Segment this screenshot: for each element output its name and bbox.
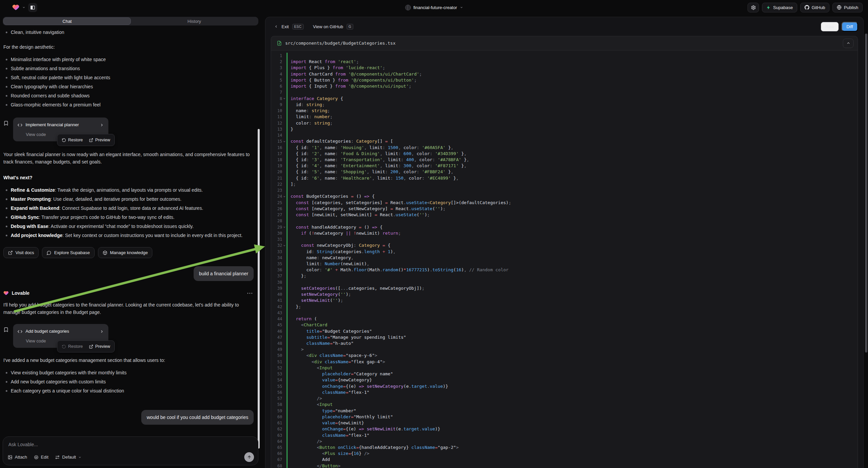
code-line: const newCategoryObj: Category = { [290,242,858,248]
preview-button[interactable]: Preview [87,342,113,351]
line-number: 27 [271,212,286,218]
edit-button[interactable]: Edit [34,455,48,460]
version-card[interactable]: Implement financial planner View code Re… [13,117,108,141]
version-actions: Restore Preview [57,134,115,146]
code-line [290,236,858,242]
arrow-up-icon [247,455,252,460]
line-number: 52 [271,365,286,371]
project-switcher[interactable]: financial-future-creator [405,5,463,10]
external-link-icon [89,345,93,349]
fold-chevron-icon[interactable] [283,140,286,143]
design-heading: For the design aesthetic: [3,43,253,51]
line-number: 15 [271,138,286,144]
code-panel: Exit ESC View on GitHub G Raw Diff src/c… [265,17,864,468]
sidebar-toggle-button[interactable] [28,3,37,12]
chevron-right-icon[interactable] [100,123,104,127]
list-item: View existing budget categories with the… [3,369,254,376]
code-line: import { Input } from '@/components/ui/i… [290,83,858,89]
chat-input[interactable] [8,442,228,447]
settings-button[interactable] [748,3,759,12]
line-number: 21 [271,175,286,181]
line-number: 17 [271,151,286,157]
chat-scrollbar[interactable] [258,129,260,448]
line-number: 40 [271,291,286,297]
restore-button[interactable]: Restore [59,136,85,144]
bookmark-icon[interactable] [3,120,9,126]
code-line: onChange={(e) => setNewCategory(e.target… [290,383,858,389]
line-number: 53 [271,371,286,377]
preview-button[interactable]: Preview [87,136,113,144]
github-button[interactable]: GitHub [800,3,829,12]
line-number: 14 [271,132,286,138]
visit-docs-button[interactable]: Visit docs [3,247,39,258]
code-icon [18,122,23,127]
manage-knowledge-button[interactable]: Manage knowledge [98,247,153,258]
chevron-down-icon[interactable] [22,6,26,9]
code-line: /> [290,396,858,402]
quick-actions: Visit docs Explore Supabase Manage knowl… [3,247,254,258]
lovable-heart-icon [3,290,9,296]
chevron-right-icon[interactable] [100,329,104,334]
bookmark-icon[interactable] [3,327,9,332]
supabase-button[interactable]: Supabase [762,3,797,12]
line-number: 58 [271,402,286,408]
collapse-file-button[interactable] [843,39,854,48]
code-line: limit: Number(newLimit), [290,261,858,267]
image-icon [8,455,12,460]
chat-messages: Clean, intuitive navigation For the desi… [3,28,254,434]
line-number: 57 [271,396,286,402]
code-line: name: string; [290,108,858,114]
tab-history[interactable]: History [131,18,258,25]
list-item: Debug with Ease: Activate our experiment… [3,223,254,230]
project-icon [405,5,411,10]
file-card: src/components/budget/BudgetCategories.t… [271,36,858,468]
code-editor[interactable]: 1234567891011121314151617181920212223242… [271,51,858,468]
code-line: <ChartCard [290,322,858,328]
fold-chevron-icon[interactable] [283,195,286,198]
list-item: Refine & Customize: Tweak the design, an… [3,187,254,194]
restore-button[interactable]: Restore [59,342,85,351]
line-number: 18 [271,157,286,163]
line-number: 6 [271,83,286,89]
send-button[interactable] [244,452,254,462]
list-item: Clean, intuitive navigation [3,29,254,36]
diff-toggle[interactable]: Diff [841,22,858,32]
view-on-github-button[interactable]: View on GitHub G [313,24,353,30]
chevron-up-icon [846,41,850,45]
restore-icon [62,138,66,142]
file-header[interactable]: src/components/budget/BudgetCategories.t… [271,36,858,50]
tab-chat[interactable]: Chat [3,18,131,25]
code-line: { id: '4', name: 'Entertainment', limit:… [290,163,858,169]
more-options-icon[interactable] [247,293,254,294]
fold-chevron-icon[interactable] [283,226,286,229]
code-line: }; [290,273,858,279]
code-line: value={newCategory} [290,377,858,383]
line-number: 12 [271,120,286,126]
line-number: 22 [271,181,286,187]
code-line: limit: number; [290,114,858,120]
publish-button[interactable]: Publish [832,3,863,12]
code-line: import React from 'react'; [290,59,858,65]
external-link-icon [89,138,93,142]
line-number: 47 [271,334,286,341]
project-name: financial-future-creator [413,5,457,10]
version-card[interactable]: Add budget categories View code Restore … [13,324,108,348]
fold-chevron-icon[interactable] [283,97,286,100]
code-toolbar: Exit ESC View on GitHub G Raw Diff [266,17,863,36]
attach-button[interactable]: Attach [8,455,27,460]
line-number: 33 [271,249,286,255]
code-line: interface Category { [290,96,858,102]
user-message: would be cool if you could add budget ca… [141,410,254,425]
code-scrollbar[interactable] [865,34,867,352]
whats-next-heading: What's next? [3,174,254,181]
exit-button[interactable]: Exit ESC [274,24,304,30]
raw-toggle[interactable]: Raw [821,22,839,32]
mode-selector[interactable]: Default [55,455,82,460]
line-number: 1 [271,53,286,59]
line-number: 62 [271,426,286,432]
explore-supabase-button[interactable]: Explore Supabase [42,247,94,258]
lovable-heart-logo[interactable] [12,4,20,11]
gear-icon [751,5,756,10]
fold-chevron-icon[interactable] [283,244,286,247]
chat-input-box: Attach Edit Default [3,436,258,465]
